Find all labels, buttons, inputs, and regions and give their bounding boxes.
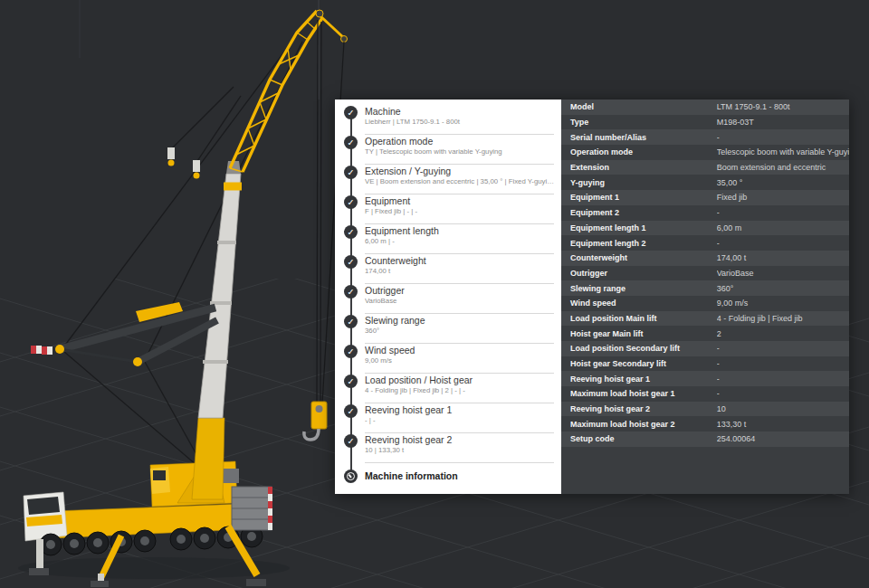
row-value: VarioBase: [717, 269, 849, 278]
row-label: Extension: [561, 163, 717, 172]
step-subtitle: 360°: [365, 327, 554, 336]
step-text: Equipment length 6,00 m | -: [365, 224, 554, 254]
row-label: Load position Main lift: [561, 314, 717, 323]
row-value: 10: [717, 404, 849, 413]
row-value: Boom extension and eccentric: [717, 163, 849, 172]
step-title: Load position / Hoist gear: [365, 375, 554, 385]
stepper-item[interactable]: ✓ Machine Liebherr | LTM 1750-9.1 - 800t: [344, 105, 554, 135]
row-value: 360°: [717, 284, 849, 293]
row-value: 6,00 m: [717, 223, 849, 232]
table-row: Counterweight 174,00 t: [561, 251, 849, 266]
row-label: Y-guying: [561, 178, 717, 187]
table-row: Wind speed 9,00 m/s: [561, 296, 849, 311]
stepper-items: ✓ Machine Liebherr | LTM 1750-9.1 - 800t…: [344, 105, 554, 488]
stepper-item[interactable]: ✓ Reeving hoist gear 1 - | -: [344, 403, 554, 433]
step-subtitle: TY | Telescopic boom with variable Y-guy…: [365, 147, 554, 156]
row-value: -: [717, 359, 849, 368]
table-row: Operation mode Telescopic boom with vari…: [561, 145, 849, 160]
stepper-item[interactable]: ✓ Counterweight 174,00 t: [344, 254, 554, 284]
step-text: Equipment F | Fixed jib | - | -: [365, 194, 554, 224]
table-row: Model LTM 1750-9.1 - 800t: [561, 100, 849, 115]
step-subtitle: F | Fixed jib | - | -: [365, 207, 554, 216]
gauge-icon: [344, 469, 358, 483]
step-check-icon: ✓: [344, 285, 358, 299]
stepper-item[interactable]: ✓ Slewing range 360°: [344, 314, 554, 344]
step-text: Load position / Hoist gear 4 - Folding j…: [365, 374, 554, 403]
row-label: Equipment 2: [561, 208, 717, 217]
step-title: Machine information: [365, 470, 458, 481]
step-subtitle: 4 - Folding jib | Fixed jib | 2 | - | -: [365, 386, 554, 395]
step-check-icon: ✓: [344, 404, 358, 418]
stepper-item[interactable]: Machine information: [344, 463, 554, 488]
step-title: Outrigger: [365, 285, 554, 296]
row-value: -: [717, 389, 849, 398]
stepper-item[interactable]: ✓ Extension / Y-guying VE | Boom extensi…: [344, 165, 554, 194]
step-title: Slewing range: [365, 315, 554, 326]
step-subtitle: 9,00 m/s: [365, 356, 554, 365]
step-text: Reeving hoist gear 2 10 | 133,30 t: [365, 433, 554, 463]
table-row: Equipment 1 Fixed jib: [561, 190, 849, 205]
table-row: Outrigger VarioBase: [561, 266, 849, 281]
step-text: Reeving hoist gear 1 - | -: [365, 403, 554, 433]
step-text: Extension / Y-guying VE | Boom extension…: [365, 165, 554, 194]
row-label: Hoist gear Main lift: [561, 329, 717, 338]
step-check-icon: ✓: [344, 345, 358, 358]
step-subtitle: 6,00 m | -: [365, 237, 554, 246]
row-label: Equipment length 2: [561, 239, 717, 248]
table-row: Serial number/Alias -: [561, 129, 849, 145]
stepper-item[interactable]: ✓ Outrigger VarioBase: [344, 284, 554, 314]
stepper-item[interactable]: ✓ Reeving hoist gear 2 10 | 133,30 t: [344, 433, 554, 463]
row-value: 174,00 t: [717, 253, 849, 262]
row-value: 35,00 °: [717, 178, 849, 187]
row-value: -: [717, 344, 849, 353]
table-row: Type M198-03T: [561, 115, 849, 130]
row-value: Fixed jib: [717, 193, 849, 202]
row-value: Telescopic boom with variable Y-guying: [717, 147, 849, 156]
step-text: Slewing range 360°: [365, 314, 554, 344]
row-value: 254.00064: [717, 434, 849, 443]
step-check-icon: ✓: [344, 434, 358, 448]
table-row: Load position Secondary lift -: [561, 341, 849, 356]
row-label: Type: [561, 118, 717, 127]
table-row: Reeving hoist gear 1 -: [561, 371, 849, 386]
step-check-icon: ✓: [344, 315, 358, 328]
row-label: Setup code: [561, 434, 717, 443]
table-row: Hoist gear Secondary lift -: [561, 356, 849, 372]
table-row: Load position Main lift 4 - Folding jib …: [561, 311, 849, 327]
stepper-item[interactable]: ✓ Equipment length 6,00 m | -: [344, 224, 554, 254]
row-value: LTM 1750-9.1 - 800t: [717, 102, 849, 111]
step-subtitle: VarioBase: [365, 297, 554, 306]
row-label: Serial number/Alias: [561, 133, 717, 142]
step-subtitle: - | -: [365, 416, 554, 425]
step-subtitle: 10 | 133,30 t: [365, 446, 554, 455]
step-check-icon: ✓: [344, 166, 358, 179]
step-check-icon: ✓: [344, 106, 358, 119]
step-title: Equipment: [365, 195, 554, 206]
step-check-icon: ✓: [344, 136, 358, 149]
step-subtitle: VE | Boom extension and eccentric | 35,0…: [365, 177, 554, 186]
table-row: Equipment 2 -: [561, 205, 849, 221]
row-value: 9,00 m/s: [717, 299, 849, 308]
step-title: Wind speed: [365, 345, 554, 356]
stepper-item[interactable]: ✓ Equipment F | Fixed jib | - | -: [344, 194, 554, 224]
step-title: Equipment length: [365, 225, 554, 236]
table-row: Reeving hoist gear 2 10: [561, 402, 849, 417]
row-value: M198-03T: [717, 118, 849, 127]
step-text: Wind speed 9,00 m/s: [365, 344, 554, 374]
stepper-item[interactable]: ✓ Operation mode TY | Telescopic boom wi…: [344, 135, 554, 165]
row-label: Maximum load hoist gear 1: [561, 389, 717, 398]
step-check-icon: ✓: [344, 195, 358, 209]
table-row: Setup code 254.00064: [561, 432, 849, 447]
row-label: Maximum load hoist gear 2: [561, 420, 717, 429]
step-text: Machine information: [365, 470, 554, 481]
stepper-item[interactable]: ✓ Wind speed 9,00 m/s: [344, 344, 554, 374]
stepper-item[interactable]: ✓ Load position / Hoist gear 4 - Folding…: [344, 374, 554, 403]
step-check-icon: ✓: [344, 255, 358, 269]
row-value: -: [717, 375, 849, 384]
machine-details-table: Model LTM 1750-9.1 - 800t Type M198-03T …: [561, 100, 849, 494]
step-text: Machine Liebherr | LTM 1750-9.1 - 800t: [365, 105, 554, 135]
step-title: Operation mode: [365, 136, 554, 147]
table-row: Y-guying 35,00 °: [561, 175, 849, 190]
row-label: Reeving hoist gear 2: [561, 404, 717, 413]
row-value: 2: [717, 329, 849, 338]
